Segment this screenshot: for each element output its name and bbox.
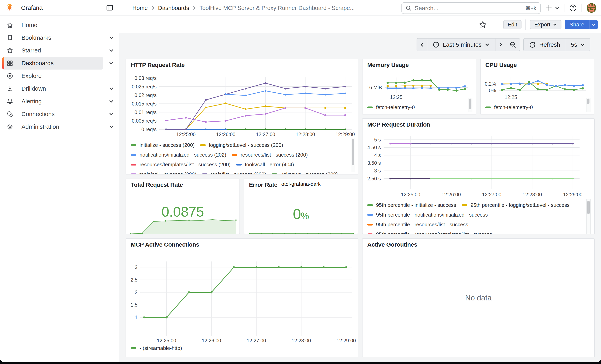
topbar-actions (546, 0, 596, 16)
sidebar-item-starred[interactable]: Starred (2, 44, 103, 57)
refresh-interval-picker[interactable]: 5s (566, 38, 590, 51)
sidebar-item-administration[interactable]: Administration (2, 120, 103, 133)
sidebar-toggle-icon[interactable] (106, 4, 113, 11)
legend-scrollbar[interactable] (586, 199, 591, 234)
sidebar-item-drilldown[interactable]: Drilldown (2, 82, 103, 95)
chevron-down-icon (591, 22, 596, 27)
legend-swatch (131, 154, 136, 156)
stat-value: 0.0875 (126, 205, 240, 219)
panel-mcp-request-duration: MCP Request Duration2.50 s3 s3.50 s4 s4.… (362, 118, 595, 234)
export-button[interactable]: Export (530, 20, 561, 29)
zoom-out-button[interactable] (506, 38, 520, 51)
help-button[interactable] (569, 4, 577, 12)
sidebar-item-dashboards[interactable]: Dashboards (2, 57, 103, 69)
add-new-button[interactable] (546, 5, 559, 11)
avatar-pixel-image (587, 3, 596, 13)
time-forward-button[interactable] (495, 38, 506, 51)
legend-scrollbar[interactable] (468, 98, 472, 112)
legend-item[interactable]: - (streamable-http) (131, 345, 182, 351)
legend-item[interactable]: 95th percentile - resources/list - succe… (367, 222, 468, 228)
refresh-button[interactable]: Refresh (523, 38, 566, 51)
sidebar-item-bookmarks[interactable]: Bookmarks (2, 31, 103, 44)
stat-value: 0% (244, 207, 358, 222)
chevron-right-icon (150, 6, 155, 10)
legend-item[interactable]: tools/call - error (404) (236, 162, 294, 168)
compass-icon (7, 73, 13, 79)
x-tick-label: 12:25:00 (176, 132, 196, 137)
legend-item[interactable]: fetch-telemetry-0 (485, 104, 533, 110)
search-shortcut: ⌘+k (525, 5, 536, 11)
x-tick-label: 12:26:00 (441, 192, 461, 197)
sidebar-item-label: Starred (21, 47, 41, 54)
top-bar: HomeDashboardsToolHive MCP Server & Prox… (119, 0, 601, 16)
favorite-star-icon[interactable] (479, 21, 487, 29)
y-tick-label: 0 req/s (141, 127, 157, 132)
time-range-picker[interactable]: Last 5 minutes (427, 38, 495, 51)
y-tick-label: 0% (489, 88, 496, 93)
legend-item[interactable]: 95th percentile - logging/setLevel - suc… (462, 202, 570, 208)
legend-scrollbar[interactable] (351, 138, 355, 172)
legend-label: notifications/initialized - success (202… (140, 152, 226, 158)
sidebar-item-home[interactable]: Home (2, 19, 103, 31)
y-tick-label: 0.03 req/s (135, 75, 157, 81)
refresh-group: Refresh 5s (523, 38, 590, 51)
legend-item[interactable]: 95th percentile - resources/templates/li… (367, 231, 492, 234)
search-input[interactable]: Search... ⌘+k (401, 2, 541, 14)
chevron-down-icon (580, 42, 585, 47)
dashboard-action-bar: Edit Export Share (119, 16, 601, 33)
connections-icon (7, 111, 13, 117)
topbar-divider (564, 4, 564, 12)
breadcrumb-item[interactable]: Dashboards (158, 5, 189, 11)
chevron-down-icon (109, 112, 114, 117)
legend-item[interactable]: fetch-telemetry-0 (367, 104, 415, 110)
legend-scrollbar-thumb[interactable] (587, 201, 590, 214)
legend-item[interactable]: 95th percentile - initialize - success (367, 202, 456, 208)
y-tick-label: 16 MiB (367, 85, 382, 90)
sidebar-item-explore[interactable]: Explore (2, 69, 103, 82)
sidebar-item-label: Home (21, 22, 37, 29)
y-tick-label: 2 (135, 289, 138, 295)
legend-item[interactable]: tools/list - success (200) (202, 171, 266, 175)
legend-item[interactable]: notifications/initialized - success (202… (131, 152, 226, 158)
breadcrumb-item[interactable]: Home (132, 5, 148, 11)
edit-button[interactable]: Edit (503, 20, 521, 29)
sidebar-item-connections[interactable]: Connections (2, 108, 103, 120)
chevron-down-icon (485, 42, 490, 47)
legend-swatch (272, 173, 277, 175)
legend-scrollbar-thumb[interactable] (469, 98, 471, 109)
legend-label: 95th percentile - initialize - success (376, 202, 456, 208)
legend-item[interactable]: tools/call - success (200) (131, 171, 196, 175)
legend-item[interactable]: resources/templates/list - success (200) (131, 162, 230, 168)
grafana-app: Grafana HomeBookmarksStarredDashboardsEx… (0, 0, 601, 364)
panel-error-rate: Error Rateotel-grafana-dark0% (244, 179, 358, 234)
actionbar-divider (525, 20, 526, 30)
legend-item[interactable]: initialize - success (200) (131, 142, 195, 148)
legend-scrollbar[interactable] (586, 98, 591, 112)
legend-scrollbar-thumb[interactable] (587, 98, 590, 104)
avatar[interactable] (587, 3, 596, 13)
share-button[interactable]: Share (565, 20, 589, 29)
legend-item[interactable]: unknown - success (200) (272, 171, 338, 175)
y-tick-label: 3.50 s (367, 160, 381, 166)
legend-item[interactable]: 95th percentile - notifications/initiali… (367, 212, 488, 218)
legend-swatch (202, 173, 208, 175)
sidebar-item-label: Connections (21, 111, 55, 118)
sidebar-nav: HomeBookmarksStarredDashboardsExploreDri… (0, 16, 119, 133)
x-tick-label: 12:28:00 (296, 132, 315, 137)
chart-legend: - (streamable-http) (131, 343, 182, 353)
gear-icon (7, 124, 13, 130)
legend-scrollbar-thumb[interactable] (352, 139, 354, 165)
legend-item[interactable]: logging/setLevel - success (200) (200, 142, 283, 148)
legend-label: initialize - success (200) (140, 142, 195, 148)
share-dropdown-button[interactable] (589, 20, 598, 29)
panel-memory-usage: Memory Usage16 MiB12:25fetch-telemetry-0 (362, 59, 476, 114)
legend-swatch (131, 164, 136, 166)
legend-swatch (462, 204, 467, 206)
grafana-logo-icon[interactable] (5, 3, 14, 12)
legend-label: tools/call - error (404) (245, 162, 294, 168)
time-range-group: Last 5 minutes (417, 38, 520, 51)
time-back-button[interactable] (417, 38, 427, 51)
legend-item[interactable]: resources/list - success (200) (232, 152, 308, 158)
y-tick-label: 3 s (374, 168, 381, 173)
sidebar-item-alerting[interactable]: Alerting (2, 95, 103, 108)
